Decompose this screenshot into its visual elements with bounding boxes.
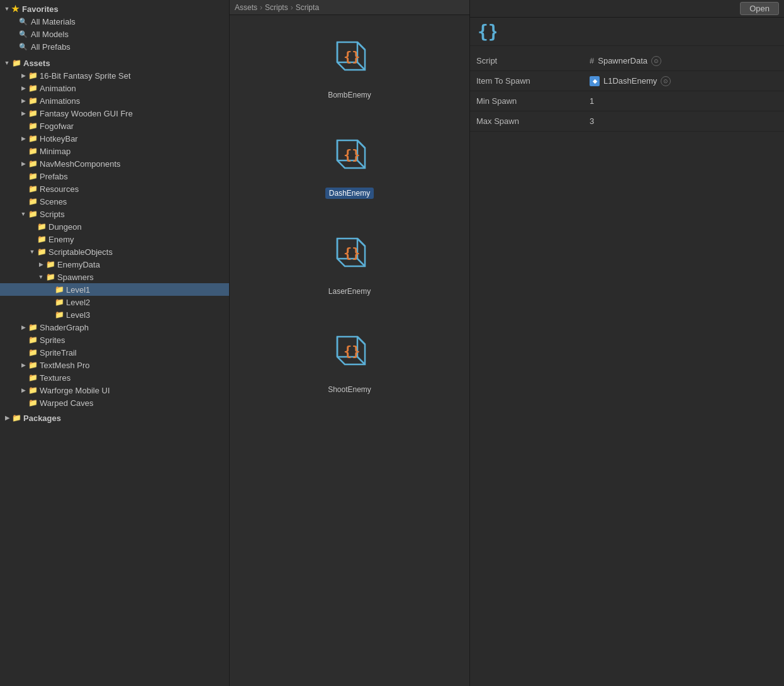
sidebar-item-navmesh[interactable]: 📁 NavMeshComponents [0,157,229,170]
sidebar-item-scripts[interactable]: 📁 Scripts [0,208,229,220]
max-spawn-label: Max Spawn [476,116,590,126]
chevron-down-icon [36,273,45,281]
asset-item-laserenemy[interactable]: {} LaserEnemy [322,224,378,297]
sidebar-item-enemydata[interactable]: 📁 EnemyData [0,258,229,271]
center-panel: Assets › Scripts › Scripta [230,0,469,686]
chevron-right-icon [19,323,28,332]
animation-label: Animation [40,84,76,93]
breadcrumb-scripta[interactable]: Scripta [296,3,319,12]
min-spawn-value: 1 [590,96,594,106]
favorites-header[interactable]: ★ Favorites [0,3,229,15]
hotkeybar-label: HotkeyBar [40,134,78,143]
script-label: Script [476,56,590,65]
sidebar-item-sprites[interactable]: 📁 Sprites [0,334,229,346]
sidebar-item-scriptableobjects[interactable]: 📁 ScriptableObjects [0,245,229,258]
max-spawn-value-container: 3 [590,116,778,126]
sidebar-item-all-models[interactable]: 🔍 All Models [0,28,229,40]
min-spawn-label: Min Spawn [476,96,590,106]
max-spawn-value: 3 [590,116,594,126]
folder-icon: 📁 [36,222,47,231]
assets-header[interactable]: 📁 Assets [0,57,229,69]
search-icon: 🔍 [19,43,28,51]
breadcrumb-assets[interactable]: Assets [235,3,257,12]
sidebar-item-scenes[interactable]: 📁 Scenes [0,195,229,208]
sidebar-item-enemy[interactable]: 📁 Enemy [0,233,229,245]
sidebar-item-warforge[interactable]: 📁 Warforge Mobile UI [0,384,229,396]
folder-icon: 📁 [28,121,38,130]
asset-item-shootenemy[interactable]: {} ShootEnemy [322,322,378,395]
sidebar-item-minimap[interactable]: 📁 Minimap [0,145,229,157]
inspector-toolbar: Open [470,0,784,18]
folder-icon: 📁 [28,361,38,369]
folder-icon: 📁 [28,159,38,168]
svg-text:{}: {} [478,21,496,42]
minimap-label: Minimap [40,147,70,156]
inspector-icon-row: {} [470,18,784,46]
breadcrumb: Assets › Scripts › Scripta [230,0,469,15]
folder-icon: 📁 [28,147,38,155]
favorites-label: Favorites [22,4,59,14]
sidebar-item-prefabs[interactable]: 📁 Prefabs [0,170,229,183]
folder-icon: 📁 [28,84,38,93]
chevron-down-icon [19,210,28,218]
sidebar-item-all-materials[interactable]: 🔍 All Materials [0,15,229,28]
svg-text:{}: {} [344,48,361,64]
sidebar-item-spritetrail[interactable]: 📁 SpriteTrail [0,346,229,359]
sidebar-item-shadergraph[interactable]: 📁 ShaderGraph [0,321,229,334]
item-to-spawn-target-icon[interactable]: ⊙ [661,76,671,86]
script-target-icon[interactable]: ⊙ [651,56,661,66]
folder-icon: 📁 [28,197,38,206]
animations-label: Animations [40,96,80,106]
sidebar-item-level3[interactable]: 📁 Level3 [0,308,229,321]
chevron-right-icon [19,109,28,118]
inspector-body: Script # SpawnerData ⊙ Item To Spawn ◆ L… [470,46,784,137]
sidebar-item-all-prefabs[interactable]: 🔍 All Prefabs [0,40,229,53]
sidebar-item-spawners[interactable]: 📁 Spawners [0,271,229,283]
script-hash-icon: # [590,56,594,65]
sidebar-item-animations[interactable]: 📁 Animations [0,94,229,107]
chevron-right-icon [19,84,28,93]
packages-header[interactable]: 📁 Packages [0,412,229,424]
asset-icon-dashenemy: {} [322,126,378,183]
search-icon: 🔍 [19,30,28,38]
assets-arrow [3,59,11,67]
folder-icon: 📁 [36,247,47,256]
breadcrumb-scripts[interactable]: Scripts [265,3,288,12]
folder-icon: 📁 [28,71,38,80]
sidebar-item-level2[interactable]: 📁 Level2 [0,296,229,308]
asset-item-dashenemy[interactable]: {} DashEnemy [322,126,378,199]
sidebar-item-textures[interactable]: 📁 Textures [0,371,229,384]
sidebar-item-animation[interactable]: 📁 Animation [0,82,229,94]
enemydata-label: EnemyData [57,260,100,269]
sidebar: ★ Favorites 🔍 All Materials 🔍 All Models… [0,0,230,686]
spritetrail-label: SpriteTrail [40,348,77,357]
warforge-label: Warforge Mobile UI [40,386,110,395]
fantasy-label: Fantasy Wooden GUI Fre [40,109,133,118]
laserenemy-label: LaserEnemy [325,286,374,297]
chevron-right-icon [19,386,28,395]
sidebar-item-dungeon[interactable]: 📁 Dungeon [0,220,229,233]
textures-label: Textures [40,373,70,383]
open-button[interactable]: Open [740,2,779,15]
sidebar-item-textmesh[interactable]: 📁 TextMesh Pro [0,359,229,371]
folder-icon: 📁 [28,386,38,395]
chevron-right-icon [36,260,45,269]
packages-arrow [3,413,11,422]
sidebar-item-warped-caves[interactable]: 📁 Warped Caves [0,396,229,409]
scripts-label: Scripts [40,210,65,219]
sidebar-item-level1[interactable]: 📁 Level1 [0,283,229,296]
main-layout: ★ Favorites 🔍 All Materials 🔍 All Models… [0,0,784,686]
sidebar-item-fogofwar[interactable]: 📁 Fogofwar [0,120,229,132]
asset-item-bombenemy[interactable]: {} BombEnemy [322,28,378,101]
all-prefabs-label: All Prefabs [31,42,70,52]
sidebar-item-resources[interactable]: 📁 Resources [0,183,229,195]
dungeon-label: Dungeon [48,222,82,232]
item-to-spawn-value-container: ◆ L1DashEnemy ⊙ [590,76,778,86]
sidebar-item-fantasy[interactable]: 📁 Fantasy Wooden GUI Fre [0,107,229,120]
sidebar-item-16bit[interactable]: 📁 16-Bit Fantasy Sprite Set [0,69,229,82]
folder-icon: 📁 [28,109,38,118]
enemy-label: Enemy [48,235,74,244]
prefab-icon: ◆ [590,76,600,86]
sidebar-item-hotkeybar[interactable]: 📁 HotkeyBar [0,132,229,145]
svg-text:{}: {} [344,245,361,261]
